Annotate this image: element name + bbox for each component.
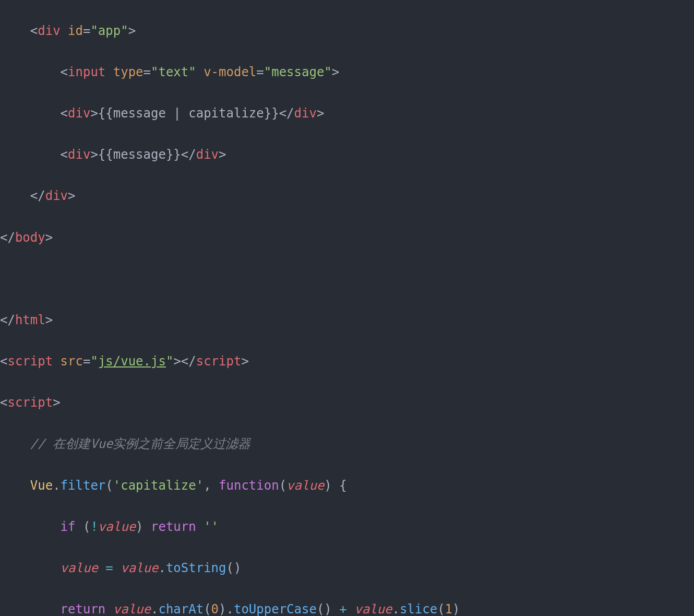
code-line: </html> — [0, 310, 694, 331]
code-line: value = value.toString() — [0, 558, 694, 579]
code-line: <div>{{message | capitalize}}</div> — [0, 103, 694, 124]
code-line: return value.charAt(0).toUpperCase() + v… — [0, 599, 694, 616]
code-line: // 在创建Vue实例之前全局定义过滤器 — [0, 434, 694, 455]
code-line — [0, 269, 694, 290]
code-editor[interactable]: <div id="app"> <input type="text" v-mode… — [0, 0, 694, 616]
code-line: Vue.filter('capitalize', function(value)… — [0, 476, 694, 496]
code-line: </body> — [0, 228, 694, 248]
code-line: <div>{{message}}</div> — [0, 145, 694, 165]
code-line: <script> — [0, 393, 694, 413]
code-line: </div> — [0, 186, 694, 207]
code-line: <div id="app"> — [0, 21, 694, 42]
code-line: <input type="text" v-model="message"> — [0, 62, 694, 83]
code-line: <script src="js/vue.js"></script> — [0, 351, 694, 372]
code-line: if (!value) return '' — [0, 517, 694, 538]
